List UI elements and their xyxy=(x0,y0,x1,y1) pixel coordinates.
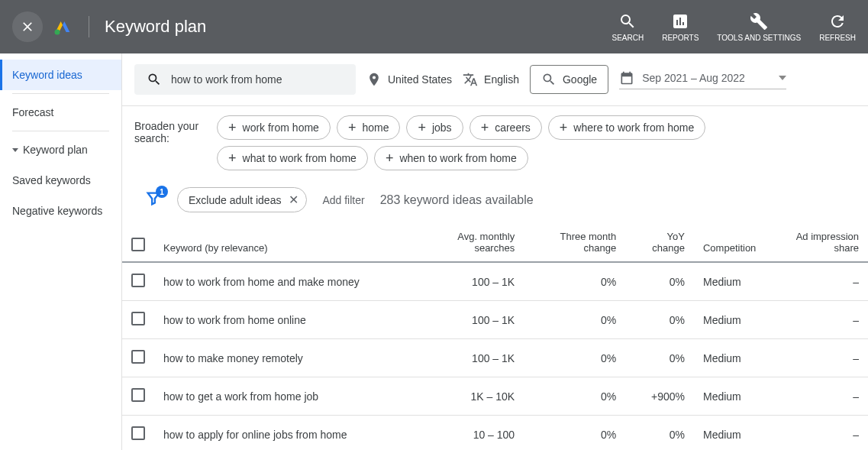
date-range-selector[interactable]: Sep 2021 – Aug 2022 xyxy=(619,70,786,89)
table-row[interactable]: how to apply for online jobs from home10… xyxy=(122,416,868,451)
cell-three-month: 0% xyxy=(524,262,625,301)
table-row[interactable]: how to get a work from home job1K – 10K0… xyxy=(122,377,868,416)
header-search-button[interactable]: SEARCH xyxy=(612,12,644,42)
sidebar-item-keyword-ideas[interactable]: Keyword ideas xyxy=(0,60,121,90)
cell-impression: – xyxy=(765,377,868,416)
broaden-pill[interactable]: +where to work from home xyxy=(548,115,705,140)
plus-icon: + xyxy=(418,121,426,134)
add-filter-button[interactable]: Add filter xyxy=(322,194,364,206)
pill-label: home xyxy=(362,121,389,134)
network-selector[interactable]: Google xyxy=(530,65,608,94)
filter-badge: 1 xyxy=(156,186,168,198)
cell-three-month: 0% xyxy=(524,377,625,416)
sidebar-item-saved-keywords[interactable]: Saved keywords xyxy=(0,165,121,196)
header-refresh-button[interactable]: REFRESH xyxy=(819,12,856,42)
wrench-icon xyxy=(750,12,768,31)
cell-three-month: 0% xyxy=(524,339,625,377)
cell-searches: 10 – 100 xyxy=(414,416,524,451)
col-avg-searches[interactable]: Avg. monthly searches xyxy=(414,223,524,262)
cell-searches: 1K – 10K xyxy=(414,377,524,416)
reports-icon xyxy=(671,12,689,31)
filter-chip-label: Exclude adult ideas xyxy=(189,194,281,206)
table-row[interactable]: how to work from home and make money100 … xyxy=(122,262,868,301)
header-refresh-label: REFRESH xyxy=(819,34,856,42)
cell-impression: – xyxy=(765,416,868,451)
cell-three-month: 0% xyxy=(524,301,625,339)
cell-keyword: how to apply for online jobs from home xyxy=(154,416,414,451)
svg-point-0 xyxy=(55,30,60,35)
row-checkbox[interactable] xyxy=(131,388,145,402)
cell-competition: Medium xyxy=(694,301,765,339)
active-filter-chip[interactable]: Exclude adult ideas ✕ xyxy=(177,187,307,212)
table-row[interactable]: how to make money remotely100 – 1K0%0%Me… xyxy=(122,339,868,377)
refresh-icon xyxy=(828,12,847,31)
language-selector[interactable]: English xyxy=(463,72,519,87)
cell-competition: Medium xyxy=(694,339,765,377)
cell-yoy: 0% xyxy=(625,339,694,377)
row-checkbox[interactable] xyxy=(131,274,145,287)
sidebar-label: Saved keywords xyxy=(12,174,91,186)
keyword-search-input[interactable]: how to work from home xyxy=(134,64,356,95)
translate-icon xyxy=(463,72,478,87)
cell-impression: – xyxy=(765,301,868,339)
network-icon xyxy=(541,72,557,87)
keyword-ideas-table: Keyword (by relevance) Avg. monthly sear… xyxy=(122,223,868,450)
cell-yoy: +900% xyxy=(625,377,694,416)
pill-label: what to work from home xyxy=(243,152,357,164)
sidebar-item-negative-keywords[interactable]: Negative keywords xyxy=(0,196,121,226)
pill-label: jobs xyxy=(432,121,452,134)
close-icon xyxy=(20,19,35,34)
plus-icon: + xyxy=(386,151,394,165)
pill-label: when to work from home xyxy=(399,152,516,164)
row-checkbox[interactable] xyxy=(131,350,145,364)
plus-icon: + xyxy=(481,121,489,134)
header-tools-settings-button[interactable]: TOOLS AND SETTINGS xyxy=(717,12,801,42)
filter-button[interactable]: 1 xyxy=(145,190,162,209)
header-bar: Keyword plan SEARCH REPORTS TOOLS AND SE… xyxy=(0,0,868,53)
search-icon xyxy=(618,12,637,31)
sidebar-label: Negative keywords xyxy=(12,205,102,217)
cell-competition: Medium xyxy=(694,377,765,416)
header-divider xyxy=(89,16,89,37)
col-yoy[interactable]: YoY change xyxy=(625,223,694,262)
sidebar-label: Keyword plan xyxy=(23,144,88,156)
network-label: Google xyxy=(563,73,597,86)
broaden-pill[interactable]: +when to work from home xyxy=(374,146,528,170)
table-row[interactable]: how to work from home online100 – 1K0%0%… xyxy=(122,301,868,339)
broaden-pill[interactable]: +careers xyxy=(469,115,542,140)
sidebar-item-forecast[interactable]: Forecast xyxy=(0,97,121,128)
header-reports-label: REPORTS xyxy=(662,34,699,42)
cell-competition: Medium xyxy=(694,262,765,301)
broaden-pill[interactable]: +what to work from home xyxy=(217,146,368,170)
cell-keyword: how to work from home and make money xyxy=(154,262,414,301)
search-icon xyxy=(147,72,162,87)
broaden-pill[interactable]: +home xyxy=(337,115,401,140)
col-keyword[interactable]: Keyword (by relevance) xyxy=(154,223,414,262)
chevron-down-icon xyxy=(779,76,786,80)
col-competition[interactable]: Competition xyxy=(694,223,765,262)
cell-yoy: 0% xyxy=(625,301,694,339)
cell-keyword: how to get a work from home job xyxy=(154,377,414,416)
calendar-icon xyxy=(619,70,634,86)
cell-yoy: 0% xyxy=(625,416,694,451)
location-selector[interactable]: United States xyxy=(366,72,452,87)
cell-impression: – xyxy=(765,262,868,301)
location-icon xyxy=(366,72,382,87)
sidebar-label: Keyword ideas xyxy=(12,69,82,81)
col-impression-share[interactable]: Ad impression share xyxy=(765,223,868,262)
content-area: how to work from home United States Engl… xyxy=(122,53,868,450)
cell-three-month: 0% xyxy=(524,416,625,451)
broaden-pill[interactable]: +jobs xyxy=(406,115,463,140)
select-all-checkbox[interactable] xyxy=(131,238,145,251)
cell-impression: – xyxy=(765,339,868,377)
broaden-pill[interactable]: +work from home xyxy=(217,115,331,140)
close-icon[interactable]: ✕ xyxy=(289,193,298,207)
header-reports-button[interactable]: REPORTS xyxy=(662,12,699,42)
cell-keyword: how to make money remotely xyxy=(154,339,414,377)
sidebar-item-keyword-plan[interactable]: Keyword plan xyxy=(0,134,121,165)
row-checkbox[interactable] xyxy=(131,312,145,325)
row-checkbox[interactable] xyxy=(131,426,145,440)
header-tools-label: TOOLS AND SETTINGS xyxy=(717,34,801,42)
close-button[interactable] xyxy=(12,11,43,42)
col-three-month[interactable]: Three month change xyxy=(524,223,625,262)
